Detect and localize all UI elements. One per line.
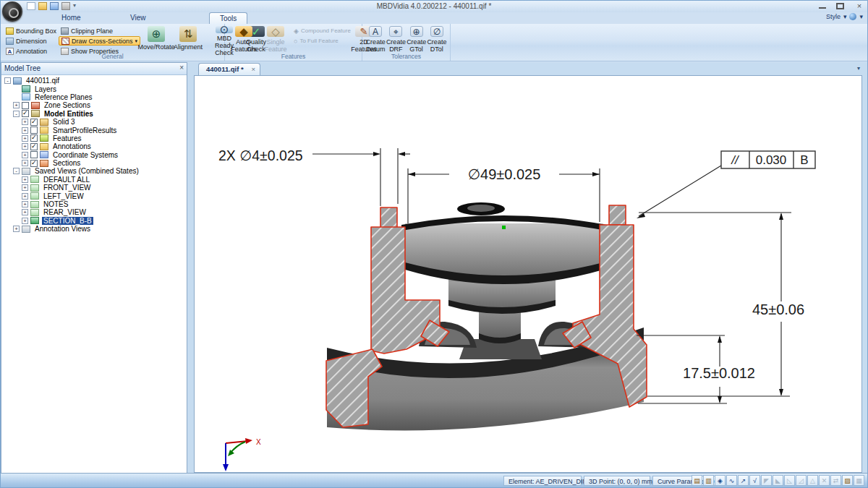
tree-expander-icon[interactable]: + <box>13 102 20 108</box>
dimension-button[interactable]: Dimension <box>4 36 59 46</box>
tree-item[interactable]: Layers <box>1 85 187 93</box>
tree-item[interactable]: - Model Entities <box>1 110 187 118</box>
style-label[interactable]: Style <box>826 13 841 20</box>
tree-expander-icon[interactable]: + <box>22 119 28 125</box>
to-full-feature-button[interactable]: ○To Full Feature <box>292 36 348 46</box>
tree-expander-icon[interactable]: + <box>22 218 28 224</box>
3d-viewport[interactable]: 2X ∅4±0.025 ∅49±0.025 45±0.06 17.5±0.012… <box>194 75 862 473</box>
tree-item[interactable]: - Saved Views (Combined States) <box>1 167 187 175</box>
status-tool-icon[interactable]: ⇄ <box>830 475 841 486</box>
tree-item[interactable]: + LEFT_VIEW <box>1 192 187 200</box>
feature-control-frame[interactable]: // 0.030 B <box>721 151 815 168</box>
tree-expander-icon[interactable]: + <box>22 135 28 142</box>
dim-holes-text[interactable]: 2X ∅4±0.025 <box>218 147 303 163</box>
status-tool-icon[interactable]: ◣ <box>773 475 783 486</box>
status-tool-icon[interactable]: △ <box>807 475 818 486</box>
tree-item[interactable]: Reference Planes <box>1 93 187 101</box>
single-feature-button[interactable]: ◇ SingleFeature <box>260 25 292 53</box>
tree-item[interactable]: + SECTION_B-B <box>1 217 187 225</box>
tab-view[interactable]: View <box>120 12 156 24</box>
qat-dropdown-icon[interactable]: ▾ <box>73 2 76 11</box>
tree-item[interactable]: - 440011.qif <box>1 77 187 85</box>
tree-expander-icon[interactable]: + <box>22 160 28 166</box>
tree-item[interactable]: + Coordinate Systems <box>1 151 187 159</box>
tree-item[interactable]: + DEFAULT ALL <box>1 176 187 184</box>
draw-cross-sections-button[interactable]: Draw Cross-Sections▾ <box>59 36 140 46</box>
save-file-icon[interactable] <box>50 2 59 10</box>
panel-splitter[interactable] <box>187 62 194 474</box>
tab-list-icon[interactable]: ▾ <box>857 65 860 72</box>
tree-item[interactable]: + Zone Sections <box>1 101 187 109</box>
auto-features-button[interactable]: ◆ Auto-Features <box>228 25 260 53</box>
style-dropdown-icon[interactable]: ▾ <box>843 13 847 20</box>
tree-expander-icon[interactable]: + <box>22 209 28 215</box>
tree-item[interactable]: + Features <box>1 134 187 142</box>
clipping-plane-button[interactable]: Clipping Plane <box>59 26 140 35</box>
panel-close-icon[interactable]: × <box>179 64 184 72</box>
help-icon[interactable] <box>849 13 856 20</box>
tree-expander-icon[interactable]: + <box>22 152 28 158</box>
status-tool-icon[interactable]: ◿ <box>796 475 807 486</box>
status-tool-icon[interactable]: ▦ <box>854 475 864 486</box>
tab-close-icon[interactable]: × <box>251 65 255 73</box>
tree-item[interactable]: + Annotation Views <box>1 225 187 233</box>
tree-expander-icon[interactable]: + <box>22 201 28 207</box>
tree-expander-icon[interactable]: - <box>13 168 20 174</box>
status-tool-icon[interactable]: ↗ <box>738 475 749 486</box>
status-tool-icon[interactable]: ◈ <box>715 475 726 486</box>
tree-expander-icon[interactable]: + <box>22 127 28 134</box>
alignment-button[interactable]: ⇅ Alignment <box>172 25 204 53</box>
tree-item[interactable]: + Solid 3 <box>1 118 187 126</box>
status-tool-icon[interactable]: ✕ <box>819 475 830 486</box>
tree-expander-icon[interactable]: + <box>22 176 28 183</box>
status-tool-icon[interactable]: ◺ <box>784 475 795 486</box>
dim-diameter-text[interactable]: ∅49±0.025 <box>468 166 541 182</box>
tree-checkbox[interactable] <box>22 102 29 109</box>
new-file-icon[interactable] <box>27 2 35 10</box>
tree-item[interactable]: + SmartProfileResults <box>1 126 187 134</box>
create-drf-button[interactable]: ⌖ CreateDRF <box>386 25 406 53</box>
dim-height-text[interactable]: 45±0.06 <box>752 301 804 317</box>
tree-item[interactable]: + FRONT_VIEW <box>1 184 187 192</box>
tree-checkbox[interactable] <box>22 110 29 117</box>
tab-tools[interactable]: Tools <box>209 12 247 24</box>
tree-expander-icon[interactable]: - <box>4 77 11 84</box>
status-tool-icon[interactable]: ∿ <box>726 475 737 486</box>
tree-checkbox[interactable] <box>30 160 38 167</box>
tree-checkbox[interactable] <box>30 134 38 142</box>
minimize-button[interactable] <box>819 1 826 9</box>
tree-expander-icon[interactable]: + <box>22 184 28 191</box>
tree-item[interactable]: + REAR_VIEW <box>1 208 187 216</box>
help-dropdown-icon[interactable]: ▾ <box>859 13 863 20</box>
application-menu-button[interactable] <box>2 1 22 22</box>
tree-expander-icon[interactable]: + <box>22 193 28 200</box>
tree-item[interactable]: + NOTES <box>1 200 187 208</box>
tree-checkbox[interactable] <box>30 127 38 134</box>
tree-item[interactable]: + Sections <box>1 159 187 167</box>
tools-icon[interactable] <box>61 2 70 10</box>
status-tool-icon[interactable]: ▥ <box>703 475 714 486</box>
tree-checkbox[interactable] <box>30 143 38 150</box>
close-button[interactable]: × <box>854 1 864 10</box>
status-tool-icon[interactable]: ◤ <box>761 475 772 486</box>
tree-item[interactable]: + Annotations <box>1 142 187 150</box>
tree-expander-icon[interactable]: + <box>13 226 20 232</box>
create-dtol-button[interactable]: ∅ CreateDTol <box>427 25 447 53</box>
compound-feature-button[interactable]: ◈Compound Feature <box>292 26 348 35</box>
create-datum-button[interactable]: A CreateDatum <box>365 25 386 53</box>
move-rotate-button[interactable]: ⊕ Move/Rotate <box>140 25 172 53</box>
tab-home[interactable]: Home <box>51 12 91 24</box>
style-menu[interactable]: Style ▾ ▾ <box>826 13 863 20</box>
tree-checkbox[interactable] <box>30 119 38 126</box>
tree-checkbox[interactable] <box>30 151 38 158</box>
status-tool-icon[interactable]: √ <box>749 475 760 486</box>
open-file-icon[interactable] <box>38 2 47 10</box>
create-gtol-button[interactable]: ⊕ CreateGTol <box>407 25 427 53</box>
maximize-button[interactable] <box>836 3 844 9</box>
bounding-box-button[interactable]: Bounding Box <box>4 26 59 35</box>
sectioned-part[interactable] <box>326 202 647 431</box>
tree-expander-icon[interactable]: + <box>22 143 28 150</box>
status-tool-icon[interactable]: ▨ <box>842 475 853 486</box>
dcs-dropdown-icon[interactable]: ▾ <box>135 38 138 44</box>
document-tab[interactable]: 440011.qif * × <box>198 63 260 75</box>
